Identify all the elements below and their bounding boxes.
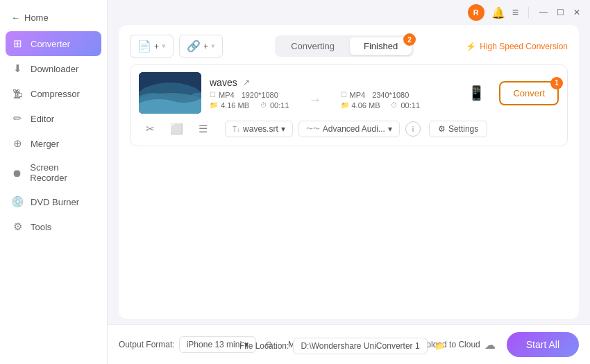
add-url-button[interactable]: 🔗 + ▾ — [179, 35, 223, 58]
tabs-wrapper: Converting Finished 2 — [223, 35, 466, 57]
target-duration-icon: ⏱ — [391, 101, 398, 109]
source-format: MP4 — [219, 91, 235, 99]
compressor-icon: 🗜 — [11, 87, 24, 100]
add-file-button[interactable]: 📄 + ▾ — [130, 35, 174, 58]
source-size-row: 📁 4.16 MB ⏱ 00:11 — [210, 101, 289, 110]
target-duration: 00:11 — [401, 101, 420, 110]
file-location-label: File Location: — [239, 341, 289, 351]
sidebar-item-converter[interactable]: ⊞ Converter — [6, 31, 101, 56]
tab-converting-label: Converting — [291, 41, 335, 51]
sidebar: ← Home ⊞ Converter ⬇ Downloader 🗜 Compre… — [0, 0, 108, 364]
back-arrow-icon: ← — [11, 12, 20, 23]
top-row: 📄 + ▾ 🔗 + ▾ Converting Finished — [130, 35, 568, 58]
merger-icon: ⊕ — [11, 137, 24, 150]
screen-recorder-icon: ⏺ — [11, 166, 23, 179]
sidebar-item-dvd-burner[interactable]: 💿 DVD Burner — [0, 189, 107, 214]
sidebar-item-compressor[interactable]: 🗜 Compressor — [0, 81, 107, 106]
high-speed-conversion[interactable]: ⚡ High Speed Conversion — [466, 42, 568, 51]
target-meta: ☐ MP4 2340*1080 📁 4.06 MB ⏱ 00:11 — [341, 91, 421, 110]
subtitle-select[interactable]: T↓ waves.srt ▾ — [225, 121, 293, 137]
titlebar: R 🔔 ≡ — ☐ ✕ — [108, 0, 590, 25]
device-icon[interactable]: 📱 — [462, 85, 491, 101]
close-button[interactable]: ✕ — [572, 8, 582, 17]
tab-finished-label: Finished — [364, 41, 398, 51]
sidebar-back-label: Home — [24, 12, 49, 23]
upload-cloud-icon[interactable]: ☁ — [484, 338, 496, 352]
content-spacer — [130, 146, 568, 319]
lightning-icon: ⚡ — [466, 42, 476, 51]
sidebar-item-screen-recorder[interactable]: ⏺ Screen Recorder — [0, 156, 107, 189]
start-all-label: Start All — [526, 339, 559, 350]
source-duration: 00:11 — [270, 101, 289, 110]
file-location-field: File Location: D:\Wondershare UniConvert… — [239, 338, 448, 354]
file-card: waves ↗ ☐ MP4 1920*1080 📁 — [130, 64, 568, 146]
target-format-icon: ☐ — [341, 91, 347, 98]
right-section: ⚡ High Speed Conversion — [466, 42, 568, 51]
target-size: 4.06 MB — [352, 101, 380, 110]
subtitle-audio-row: T↓ waves.srt ▾ 〜〜 Advanced Audi... ▾ i ⚙… — [225, 121, 557, 137]
audio-select[interactable]: 〜〜 Advanced Audi... ▾ — [298, 121, 400, 137]
sidebar-item-editor[interactable]: ✏ Editor — [0, 106, 107, 131]
settings-button[interactable]: ⚙ Settings — [429, 121, 487, 137]
maximize-button[interactable]: ☐ — [555, 8, 565, 17]
external-link-icon[interactable]: ↗ — [243, 78, 250, 87]
sidebar-item-label: Screen Recorder — [30, 162, 96, 183]
sidebar-item-downloader[interactable]: ⬇ Downloader — [0, 56, 107, 81]
target-size-icon: 📁 — [341, 101, 349, 109]
file-location-folder-icon[interactable]: 📁 — [432, 338, 448, 354]
dvd-burner-icon: 💿 — [11, 196, 24, 208]
audio-wave-icon: 〜〜 — [306, 124, 320, 134]
file-main-row: waves ↗ ☐ MP4 1920*1080 📁 — [139, 72, 559, 114]
high-speed-label: High Speed Conversion — [480, 42, 568, 51]
file-meta: ☐ MP4 1920*1080 📁 4.16 MB ⏱ 00:11 — [210, 91, 454, 110]
start-all-button[interactable]: Start All — [507, 332, 579, 357]
sidebar-item-merger[interactable]: ⊕ Merger — [0, 131, 107, 156]
sidebar-item-label: DVD Burner — [31, 197, 79, 207]
source-size-icon: 📁 — [210, 101, 218, 109]
minimize-button[interactable]: — — [539, 8, 548, 17]
cut-icon[interactable]: ✂ — [140, 119, 160, 139]
convert-button[interactable]: Convert 1 — [499, 81, 559, 105]
add-file-label: + — [154, 42, 159, 51]
convert-badge: 1 — [550, 77, 563, 89]
editor-icon: ✏ — [11, 112, 24, 125]
info-icon[interactable]: i — [405, 121, 421, 137]
target-size-row: 📁 4.06 MB ⏱ 00:11 — [341, 101, 421, 110]
menu-icon[interactable]: ≡ — [512, 6, 519, 19]
sidebar-item-label: Downloader — [31, 64, 78, 74]
sidebar-back[interactable]: ← Home — [0, 7, 107, 31]
file-location-select[interactable]: D:\Wondershare UniConverter 1 — [293, 338, 427, 354]
add-file-dropdown-icon: ▾ — [162, 42, 166, 51]
crop-icon[interactable]: ⬜ — [167, 119, 186, 139]
sidebar-item-label: Compressor — [31, 89, 80, 99]
subtitle-file-icon: T↓ — [233, 125, 240, 133]
avatar: R — [468, 4, 484, 21]
bell-icon[interactable]: 🔔 — [491, 6, 505, 19]
tab-finished[interactable]: Finished 2 — [350, 37, 412, 55]
audio-dropdown-icon: ▾ — [388, 124, 392, 134]
audio-label: Advanced Audi... — [323, 124, 385, 134]
source-size: 4.16 MB — [221, 101, 249, 110]
subtitle-dropdown-icon: ▾ — [281, 124, 285, 134]
sidebar-item-tools[interactable]: ⚙ Tools — [0, 214, 107, 239]
source-resolution: 1920*1080 — [242, 91, 278, 99]
main-area: R 🔔 ≡ — ☐ ✕ 📄 + ▾ 🔗 + ▾ — [108, 0, 590, 364]
downloader-icon: ⬇ — [11, 62, 24, 75]
file-location-value: D:\Wondershare UniConverter 1 — [301, 341, 419, 351]
add-file-icon: 📄 — [137, 40, 151, 53]
sidebar-item-label: Tools — [31, 222, 51, 232]
tab-finished-badge: 2 — [403, 33, 416, 46]
content-area: 📄 + ▾ 🔗 + ▾ Converting Finished — [119, 25, 579, 319]
convert-arrow-icon: → — [303, 93, 327, 107]
sidebar-item-label: Converter — [31, 39, 70, 49]
tab-converting[interactable]: Converting — [277, 37, 348, 55]
effects-icon[interactable]: ☰ — [193, 119, 212, 139]
source-duration-icon: ⏱ — [260, 101, 267, 109]
subtitle-filename: waves.srt — [243, 124, 278, 134]
converter-icon: ⊞ — [11, 37, 24, 50]
sidebar-item-label: Merger — [31, 139, 59, 149]
settings-gear-icon: ⚙ — [438, 124, 446, 134]
add-url-icon: 🔗 — [187, 40, 201, 53]
sidebar-item-label: Editor — [31, 114, 54, 124]
thumbnail-svg — [139, 72, 201, 114]
